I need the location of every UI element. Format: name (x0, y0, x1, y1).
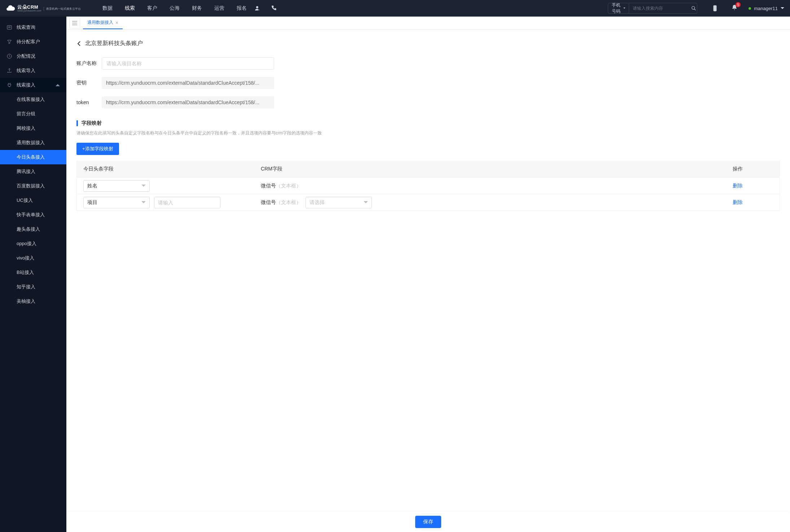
search-type-select[interactable]: 手机号码 (608, 3, 629, 13)
sidebar-sub-item[interactable]: 知乎接入 (0, 280, 66, 294)
sidebar-sub-item[interactable]: 在线客服接入 (0, 92, 66, 107)
header-search: 手机号码 (608, 3, 697, 14)
username: manager11 (754, 6, 778, 11)
mobile-icon[interactable] (712, 5, 718, 12)
nav-item[interactable]: 数据 (102, 5, 113, 12)
filter-icon (6, 39, 12, 45)
delete-row-link[interactable]: 删除 (733, 199, 743, 205)
section-hint: 请确保您在此填写的头条自定义字段名称与在今日头条平台中自定义的字段名称一致，并且… (76, 130, 780, 136)
sidebar-sub-item[interactable]: 趣头条接入 (0, 222, 66, 236)
section-title: 字段映射 (82, 120, 102, 127)
sidebar-item-label: 待分配客户 (17, 39, 40, 45)
nav-item[interactable]: 报名 (237, 5, 247, 12)
crm-field-select[interactable]: 请选择 (306, 197, 372, 208)
tab-bar: 通用数据接入 × (66, 17, 790, 30)
tabs-menu-button[interactable] (69, 18, 80, 28)
sidebar-sub-item[interactable]: 今日头条接入 (0, 150, 66, 164)
sidebar-item[interactable]: 线索查询 (0, 20, 66, 35)
chevron-left-icon (76, 41, 82, 46)
sidebar-group-integrations[interactable]: 线索接入 (0, 78, 66, 92)
hamburger-icon (72, 21, 77, 25)
cloud-icon (6, 4, 15, 13)
sidebar-sub-item[interactable]: oppo接入 (0, 236, 66, 251)
svg-point-4 (715, 10, 715, 10)
sidebar-sub-item[interactable]: 留言分组 (0, 107, 66, 121)
upload-icon (6, 68, 12, 74)
token-value[interactable]: https://crm.yunduocrm.com/externalData/s… (102, 96, 274, 108)
secret-label: 密钥 (76, 80, 102, 86)
sidebar-item[interactable]: 线索导入 (0, 63, 66, 78)
user-menu[interactable]: manager11 (749, 6, 784, 11)
caret-down-icon (781, 7, 784, 9)
add-field-mapping-button[interactable]: +添加字段映射 (76, 143, 119, 155)
phone-icon[interactable] (271, 5, 277, 12)
nav-item[interactable]: 线索 (125, 5, 135, 12)
sidebar-item[interactable]: 待分配客户 (0, 35, 66, 49)
toutiao-field-select[interactable]: 项目 (83, 197, 150, 208)
sidebar-sub-item[interactable]: vivo接入 (0, 251, 66, 265)
chevron-down-icon (141, 185, 146, 187)
col-header-toutiao: 今日头条字段 (77, 166, 257, 172)
table-row: 项目微信号（文本框）请选择删除 (77, 194, 780, 210)
nav-item[interactable]: 财务 (192, 5, 202, 12)
sidebar-sub-item[interactable]: 网校接入 (0, 121, 66, 136)
mapping-table: 今日头条字段 CRM字段 操作 姓名微信号（文本框）删除项目微信号（文本框）请选… (76, 161, 780, 211)
notifications-button[interactable]: 5 (731, 4, 738, 12)
sidebar-sub-item[interactable]: B站接入 (0, 265, 66, 280)
top-nav: 数据线索客户公海财务运营报名 (102, 5, 247, 12)
plug-icon (6, 82, 12, 88)
nav-item[interactable]: 运营 (214, 5, 224, 12)
sidebar-sub-item[interactable]: 通用数据接入 (0, 136, 66, 150)
svg-rect-5 (7, 26, 12, 30)
secret-value[interactable]: https://crm.yunduocrm.com/externalData/s… (102, 77, 274, 89)
list-icon (6, 25, 12, 30)
nav-item[interactable]: 公海 (170, 5, 180, 12)
main-panel: 通用数据接入 × 北京昱新科技头条账户 账户名称 密钥 https://crm.… (66, 17, 790, 532)
section-accent-bar (76, 120, 78, 126)
status-dot-icon (749, 7, 751, 10)
search-type-label: 手机号码 (612, 2, 622, 14)
chevron-down-icon (364, 201, 368, 204)
col-header-crm: CRM字段 (257, 166, 733, 172)
svg-point-0 (256, 6, 258, 8)
footer-action-bar: 保存 (66, 512, 790, 532)
close-icon[interactable]: × (115, 20, 118, 26)
account-name-input[interactable] (102, 57, 274, 70)
search-icon (691, 6, 696, 11)
tab-general-data-integration[interactable]: 通用数据接入 × (83, 17, 123, 29)
caret-down-icon (623, 8, 626, 9)
table-header: 今日头条字段 CRM字段 操作 (77, 161, 780, 177)
sidebar-item[interactable]: 分配情况 (0, 49, 66, 63)
chevron-up-icon (56, 84, 60, 86)
sidebar-sub-item[interactable]: 快手表单接入 (0, 208, 66, 222)
search-button[interactable] (690, 6, 697, 11)
sidebar-item-label: 线索查询 (17, 24, 35, 31)
sidebar: 线索查询待分配客户分配情况线索导入线索接入在线客服接入留言分组网校接入通用数据接… (0, 17, 66, 532)
sidebar-sub-item[interactable]: 腾讯接入 (0, 164, 66, 179)
nav-item[interactable]: 客户 (147, 5, 157, 12)
top-header: 云朵CRM www.yunduocrm.com 教育机构一站式服务云平台 数据线… (0, 0, 790, 17)
sidebar-sub-item[interactable]: UC接入 (0, 193, 66, 208)
sidebar-group-label: 线索接入 (17, 82, 35, 88)
save-button[interactable]: 保存 (415, 516, 441, 528)
back-to-parent[interactable]: 北京昱新科技头条账户 (76, 40, 780, 47)
sidebar-item-label: 线索导入 (17, 67, 35, 74)
sidebar-sub-item[interactable]: 百度数据接入 (0, 179, 66, 193)
chevron-down-icon (141, 201, 146, 204)
toutiao-field-select[interactable]: 姓名 (83, 180, 150, 192)
sidebar-sub-item[interactable]: 美柚接入 (0, 294, 66, 309)
sidebar-item-label: 分配情况 (17, 53, 35, 59)
search-input[interactable] (629, 6, 690, 11)
toutiao-field-input[interactable] (154, 197, 220, 208)
page-title: 北京昱新科技头条账户 (85, 40, 143, 47)
brand-domain: www.yunduocrm.com (17, 9, 41, 12)
account-name-label: 账户名称 (76, 60, 102, 67)
brand-logo[interactable]: 云朵CRM www.yunduocrm.com 教育机构一站式服务云平台 (6, 4, 81, 13)
brand-name: 云朵CRM (17, 5, 41, 9)
clock-icon (6, 53, 12, 59)
delete-row-link[interactable]: 删除 (733, 183, 743, 189)
add-user-icon[interactable] (254, 5, 260, 12)
table-row: 姓名微信号（文本框）删除 (77, 177, 780, 194)
notification-badge: 5 (736, 2, 741, 7)
col-header-action: 操作 (733, 166, 780, 172)
